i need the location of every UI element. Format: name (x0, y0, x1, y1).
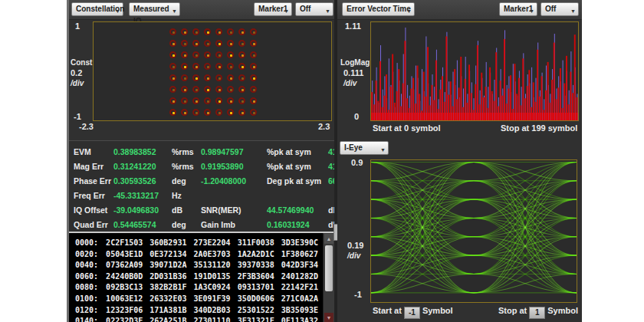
constellation-point-core (172, 100, 175, 103)
hex-group: 2C2F1503 (106, 238, 143, 247)
scroll-up-icon[interactable]: ▲ (324, 234, 334, 244)
constellation-point-core (242, 112, 244, 114)
evm-cell: Freq Err (74, 189, 113, 203)
evm-cell: 0.38983852 (113, 145, 172, 159)
view-dropdown-i-eye[interactable]: I-Eye ▼ (340, 141, 389, 155)
constellation-point (227, 63, 234, 70)
constellation-point-core (207, 54, 209, 57)
marker-dropdown[interactable]: Marker1 ▼ (499, 2, 537, 16)
constellation-point-core (196, 31, 198, 34)
constellation-point (192, 63, 199, 70)
hex-group: 10063E12 (106, 294, 143, 303)
constellation-point-core (253, 66, 255, 68)
hex-group: 1A3C0924 (193, 283, 230, 291)
eye-trace (474, 237, 577, 293)
constellation-dots (94, 22, 332, 121)
constellation-point-core (196, 77, 198, 80)
evm-row: Phase Err0.30593526deg-1.20408000Deg pk … (74, 174, 334, 189)
marker-mode-dropdown[interactable]: Off ▼ (540, 2, 579, 16)
hex-group: 24240B0D (106, 272, 143, 281)
constellation-point-core (253, 89, 255, 91)
constellation-point-core (184, 54, 186, 57)
right-column: Error Vector Time ▼ Marker1 ▼ Off ▼ 1.11… (337, 0, 582, 322)
constellation-point (227, 51, 234, 58)
constellation-point-core (253, 100, 255, 103)
constellation-point (227, 74, 234, 81)
constellation-point (215, 74, 222, 81)
constellation-point-core (207, 77, 209, 80)
constellation-point-core (230, 66, 232, 68)
hex-group: 3B35093E (281, 306, 318, 314)
hex-row: 0000:2C2F1503360B2931273E2204311F00383D3… (75, 238, 334, 249)
constellation-point (204, 109, 211, 116)
constellation-point (192, 109, 199, 116)
constellation-point-core (242, 89, 244, 91)
trace-dropdown-measured-iq[interactable]: Measured IQ ▼ (129, 2, 180, 16)
scrollbar-thumb[interactable] (325, 245, 333, 291)
evm-cell (328, 189, 334, 203)
hex-address: 0100: (75, 294, 98, 303)
constellation-point (181, 28, 188, 35)
constellation-point (238, 109, 245, 116)
const-scale-label: Const (71, 58, 92, 67)
hex-group: 0E372134 (150, 250, 186, 258)
constellation-point (169, 86, 176, 93)
constellation-point (227, 97, 234, 104)
constellation-point-core (230, 100, 232, 103)
constellation-point (250, 63, 257, 70)
constellation-point (227, 40, 234, 47)
constellation-point (238, 86, 245, 93)
screenshot-stage: Constellation ▼ Measured IQ ▼ Marker1 ▼ … (0, 0, 644, 322)
const-x-max-label: 2.3 (318, 122, 330, 131)
constellation-point-core (242, 43, 244, 45)
eye-start-value-field[interactable]: -1 (404, 307, 420, 319)
eye-trace (371, 162, 474, 255)
scroll-down-icon[interactable]: ▼ (324, 313, 334, 322)
constellation-point-core (230, 89, 232, 91)
hex-scrollbar[interactable]: ▲ ▼ (323, 233, 334, 322)
constellation-point (215, 51, 222, 58)
view-dropdown-error-vector-time[interactable]: Error Vector Time ▼ (342, 2, 415, 16)
evm-cell: EVM (74, 145, 113, 159)
view-dropdown-constellation[interactable]: Constellation ▼ (71, 2, 123, 16)
hex-group: 1A2A2D1C (238, 250, 274, 258)
eye-trace (474, 199, 577, 293)
evt-start-caption: Start at 0 symbol (373, 123, 441, 133)
hex-group: 07362A09 (106, 261, 143, 269)
hex-group: 09313701 (238, 283, 274, 291)
evt-y-min-label: 0 (354, 112, 359, 121)
constellation-point-core (184, 100, 186, 103)
constellation-point (250, 97, 257, 104)
hex-group: 2D031B36 (150, 272, 186, 281)
constellation-point-core (253, 112, 255, 114)
marker-mode-dropdown[interactable]: Off ▼ (295, 2, 334, 16)
constellation-point (204, 63, 211, 70)
left-column: Constellation ▼ Measured IQ ▼ Marker1 ▼ … (69, 0, 334, 322)
const-x-min-label: -2.3 (79, 122, 94, 131)
constellation-point (169, 109, 176, 116)
const-y-max-label: 1 (75, 21, 80, 31)
hex-group: 12323F06 (106, 306, 143, 314)
hex-group: 0F113A32 (281, 317, 318, 322)
constellation-point-core (172, 31, 175, 34)
evm-cell: 0.98947597 (201, 145, 267, 159)
constellation-point (250, 109, 257, 116)
constellation-point-core (184, 112, 186, 114)
constellation-point (238, 63, 245, 70)
constellation-point (238, 51, 245, 58)
hex-group: 273E2204 (193, 238, 230, 247)
eye-stop-value-field[interactable]: 1 (529, 307, 545, 319)
marker-dropdown[interactable]: Marker1 ▼ (254, 2, 292, 16)
constellation-point (181, 40, 188, 47)
evm-cell: %pk at sym (267, 145, 328, 159)
chevron-down-icon: ▼ (529, 5, 534, 18)
chevron-down-icon: ▼ (406, 5, 412, 18)
eye-y-min-label: -1 (354, 290, 362, 299)
constellation-point (238, 28, 245, 35)
constellation-point (169, 28, 176, 35)
constellation-point (238, 40, 245, 47)
constellation-point (169, 97, 176, 104)
constellation-point-core (172, 66, 175, 68)
constellation-point (250, 74, 257, 81)
constellation-point (227, 109, 234, 116)
